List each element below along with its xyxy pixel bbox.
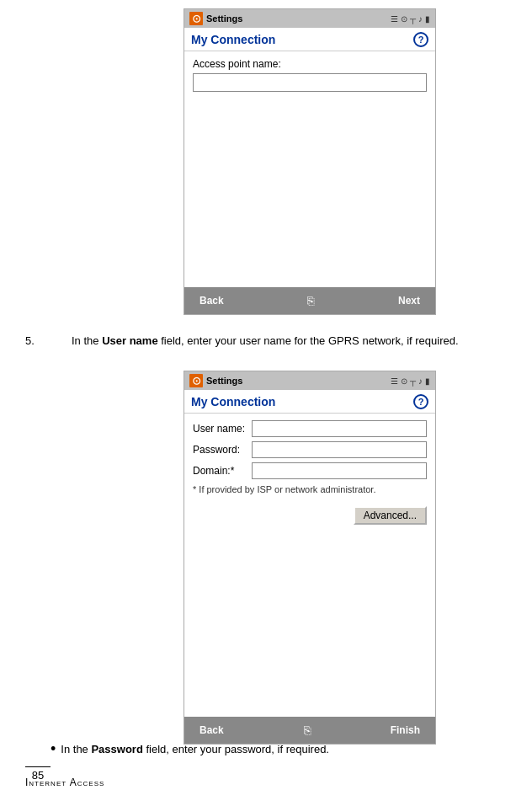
back-button-1[interactable]: Back: [193, 293, 231, 308]
username-input[interactable]: [252, 420, 427, 437]
step5-number: 5.: [25, 333, 72, 350]
screen2-title: My Connection: [191, 395, 275, 408]
title-bar-2: My Connection ?: [184, 390, 435, 414]
screen1-content: Access point name:: [184, 51, 435, 287]
battery-icon: ▮: [425, 14, 430, 24]
screen1-title: My Connection: [191, 33, 275, 46]
username-row: User name:: [193, 420, 427, 437]
note-text: * If provided by ISP or network administ…: [193, 483, 427, 496]
wifi-icon-2: ⊙: [401, 376, 407, 386]
status-bar-left-1: ⨀ Settings: [189, 12, 242, 25]
wifi-icon: ⊙: [401, 14, 407, 24]
password-input[interactable]: [252, 441, 427, 458]
screen1: ⨀ Settings ☰ ⊙ ┬ ♪ ▮ My Connection ? Acc…: [184, 8, 436, 315]
title-bar-1: My Connection ?: [184, 28, 435, 51]
domain-label: Domain:*: [193, 465, 252, 477]
step5-text: In the User name field, enter your user …: [72, 333, 459, 350]
bullet-text: In the Password field, enter your passwo…: [61, 741, 329, 758]
status-bar-right-2: ☰ ⊙ ┬ ♪ ▮: [391, 376, 430, 386]
status-app-name-1: Settings: [206, 13, 242, 24]
step5-bold: User name: [102, 334, 157, 347]
bottom-toolbar-2: Back ⎘ Finish: [184, 717, 435, 744]
advanced-button[interactable]: Advanced...: [354, 506, 427, 525]
help-button-1[interactable]: ?: [413, 32, 428, 47]
status-bar-left-2: ⨀ Settings: [189, 374, 242, 387]
keyboard-icon-2: ⎘: [304, 723, 311, 737]
domain-input[interactable]: [252, 462, 427, 479]
bullet-container: • In the Password field, enter your pass…: [51, 741, 497, 758]
signal-icon-2: ☰: [391, 376, 398, 386]
footer-label: Internet Access: [25, 777, 104, 788]
access-point-input[interactable]: [193, 73, 427, 92]
bullet-bold: Password: [91, 743, 142, 755]
next-button-1[interactable]: Next: [391, 293, 427, 308]
status-bar-right-1: ☰ ⊙ ┬ ♪ ▮: [391, 14, 430, 24]
status-bar-2: ⨀ Settings ☰ ⊙ ┬ ♪ ▮: [184, 371, 435, 390]
screen2-content: User name: Password: Domain:* * If provi…: [184, 414, 435, 649]
access-point-label: Access point name:: [193, 58, 427, 70]
speaker-icon: ♪: [418, 14, 423, 24]
password-row: Password:: [193, 441, 427, 458]
status-app-name-2: Settings: [206, 376, 242, 386]
status-bar-1: ⨀ Settings ☰ ⊙ ┬ ♪ ▮: [184, 9, 435, 28]
screen2: ⨀ Settings ☰ ⊙ ┬ ♪ ▮ My Connection ? Use…: [184, 371, 436, 745]
windows-logo-icon: ⨀: [189, 12, 203, 25]
antenna-icon-2: ┬: [410, 376, 416, 386]
username-label: User name:: [193, 423, 252, 435]
keyboard-icon-1: ⎘: [307, 294, 314, 307]
step5-container: 5. In the User name field, enter your us…: [25, 333, 513, 350]
finish-button[interactable]: Finish: [384, 723, 427, 738]
antenna-icon: ┬: [410, 14, 416, 24]
domain-row: Domain:*: [193, 462, 427, 479]
signal-icon: ☰: [391, 14, 398, 24]
speaker-icon-2: ♪: [418, 376, 423, 386]
battery-icon-2: ▮: [425, 376, 430, 386]
help-button-2[interactable]: ?: [413, 394, 428, 409]
windows-logo-icon-2: ⨀: [189, 374, 203, 387]
bullet-symbol: •: [51, 741, 56, 758]
bottom-toolbar-1: Back ⎘ Next: [184, 287, 435, 314]
password-label: Password:: [193, 444, 252, 456]
back-button-2[interactable]: Back: [193, 723, 231, 738]
